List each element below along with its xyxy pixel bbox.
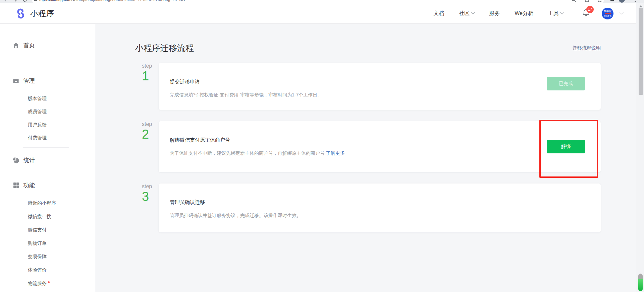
sidebar-item-label: 功能 — [23, 181, 35, 189]
nav-we-analytics[interactable]: We分析 — [515, 10, 533, 17]
main-content: 小程序迁移流程 迁移流程说明 step 1 提交迁移申请 完成信息填写-授权验证… — [95, 24, 636, 292]
sidebar-item-statistics[interactable]: 统计 — [0, 154, 95, 166]
scrollbar-track — [636, 3, 644, 292]
step-description: 管理员扫码确认并签订服务协议，完成迁移。该操作即时生效。 — [170, 213, 534, 219]
nav-tools[interactable]: 工具 — [548, 10, 564, 17]
new-badge-dot — [48, 281, 50, 283]
pie-chart-icon — [13, 157, 19, 163]
completed-button[interactable]: 已完成 — [547, 77, 585, 90]
step-description: 为了保证支付不中断，建议先绑定新主体的商户号，再解绑原主体的商户号 了解更多 — [170, 150, 534, 156]
sidebar-item-payment-management[interactable]: 付费管理 — [0, 131, 95, 144]
sidebar-item-transaction-guarantee[interactable]: 交易保障 — [0, 250, 95, 264]
step-number: 3 — [142, 190, 159, 204]
notification-bell[interactable]: 17 — [582, 9, 590, 18]
step-row-2: step 2 解绑微信支付原主体商户号 为了保证支付不中断，建议先绑定新主体的商… — [135, 121, 601, 172]
nav-community[interactable]: 社区 — [459, 10, 474, 17]
step-number: 1 — [142, 70, 159, 83]
inbox-icon — [13, 78, 19, 84]
step-description-text: 为了保证支付不中断，建议先绑定新主体的商户号，再解绑原主体的商户号 — [170, 150, 326, 156]
sidebar-item-label: 统计 — [23, 156, 35, 164]
account-avatar[interactable]: 数字化 智慧零售 — [602, 8, 613, 19]
browser-toolbar: mp.weixin.qq.com/wxamp/subjectchange/ind… — [0, 0, 644, 3]
app-header: 小程序 文档 社区 服务 We分析 工具 17 数字化 智慧零售 — [0, 3, 636, 24]
step-title: 解绑微信支付原主体商户号 — [170, 137, 534, 143]
step-card-admin-confirm: 管理员确认迁移 管理员扫码确认并签订服务协议，完成迁移。该操作即时生效。 — [159, 184, 601, 232]
url-host: mp.weixin.qq.com — [39, 0, 71, 2]
page-body: 首页 管理 版本管理 成员管理 用户反馈 付费管理 统计 — [0, 24, 636, 292]
unbind-button[interactable]: 解绑 — [547, 140, 585, 153]
scrollbar-up-arrow[interactable] — [639, 5, 642, 7]
sidebar-item-label: 物流服务 — [28, 281, 47, 287]
extension-icon[interactable] — [610, 0, 614, 1]
notification-badge: 17 — [586, 6, 594, 13]
sidebar-item-home[interactable]: 首页 — [0, 39, 95, 51]
step-card-submit-application: 提交迁移申请 完成信息填写-授权验证-支付费用-审核等步骤，审核时间为1-7个工… — [159, 63, 601, 110]
step-card-unbind-merchant: 解绑微信支付原主体商户号 为了保证支付不中断，建议先绑定新主体的商户号，再解绑原… — [159, 121, 601, 172]
avatar-text: 智慧零售 — [604, 15, 612, 17]
step-title: 提交迁移申请 — [170, 79, 534, 85]
page-title: 小程序迁移流程 — [135, 43, 194, 54]
sidebar-item-member-management[interactable]: 成员管理 — [0, 105, 95, 118]
sidebar: 首页 管理 版本管理 成员管理 用户反馈 付费管理 统计 — [0, 24, 95, 292]
sidebar-item-version-management[interactable]: 版本管理 — [0, 92, 95, 105]
search-icon[interactable] — [570, 0, 577, 3]
sidebar-item-nearby-miniprograms[interactable]: 附近的小程序 — [0, 197, 95, 210]
nav-label: We分析 — [515, 10, 533, 17]
step-label: step — [142, 184, 159, 190]
browser-forward-icon[interactable] — [12, 0, 19, 3]
scrollbar-thumb[interactable] — [639, 8, 643, 95]
widget-cap — [638, 274, 643, 279]
sidebar-submenu-features: 附近的小程序 微信搜一搜 微信支付 购物订单 交易保障 体验评价 物流服务 — [0, 197, 95, 290]
screen: mp.weixin.qq.com/wxamp/subjectchange/ind… — [0, 0, 644, 292]
nav-label: 社区 — [459, 10, 470, 17]
chevron-down-icon — [560, 11, 564, 14]
url-path: /wxamp/subjectchange/index?token=1749297… — [71, 0, 185, 2]
url-text: mp.weixin.qq.com/wxamp/subjectchange/ind… — [39, 0, 185, 3]
browser-back-icon[interactable] — [2, 0, 9, 3]
header-nav: 文档 社区 服务 We分析 工具 17 数字化 智慧零售 — [433, 8, 623, 19]
chevron-down-icon — [471, 11, 475, 14]
migration-help-link[interactable]: 迁移流程说明 — [573, 45, 601, 51]
divider — [23, 147, 69, 148]
step-label: step — [142, 121, 159, 127]
step-row-3: step 3 管理员确认迁移 管理员扫码确认并签订服务协议，完成迁移。该操作即时… — [135, 184, 601, 232]
sidebar-item-logistics-service[interactable]: 物流服务 — [0, 277, 95, 290]
divider — [23, 67, 69, 67]
divider — [23, 172, 69, 172]
browser-reload-icon[interactable] — [21, 0, 28, 3]
floating-green-widget[interactable] — [638, 274, 643, 291]
widget-green-body — [638, 279, 643, 291]
site-info-icon[interactable] — [34, 0, 37, 1]
sidebar-item-label: 首页 — [23, 42, 35, 49]
sidebar-item-manage[interactable]: 管理 — [0, 75, 95, 87]
account-chevron-icon[interactable] — [620, 11, 623, 14]
sidebar-item-shopping-orders[interactable]: 购物订单 — [0, 237, 95, 250]
miniprogram-logo-icon[interactable] — [15, 8, 26, 19]
step-description: 完成信息填写-授权验证-支付费用-审核等步骤，审核时间为1-7个工作日。 — [170, 92, 534, 98]
sidebar-item-wechat-pay[interactable]: 微信支付 — [0, 223, 95, 237]
step-row-1: step 1 提交迁移申请 完成信息填写-授权验证-支付费用-审核等步骤，审核时… — [135, 63, 601, 110]
browser-menu-icon[interactable] — [632, 0, 639, 3]
learn-more-link[interactable]: 了解更多 — [326, 150, 345, 156]
step-number: 2 — [142, 128, 159, 141]
share-icon[interactable] — [584, 0, 590, 3]
sidebar-item-features[interactable]: 功能 — [0, 179, 95, 191]
avatar-band — [605, 13, 611, 14]
browser-profile-icon[interactable] — [619, 0, 625, 3]
nav-label: 工具 — [548, 10, 559, 17]
avatar-text: 数字化 — [604, 10, 612, 13]
sidebar-item-wechat-search[interactable]: 微信搜一搜 — [0, 210, 95, 223]
logo-text[interactable]: 小程序 — [30, 8, 54, 19]
sidebar-item-user-feedback[interactable]: 用户反馈 — [0, 118, 95, 131]
step-label: step — [142, 63, 159, 69]
bookmark-star-icon[interactable] — [596, 0, 603, 3]
nav-label: 文档 — [433, 10, 444, 17]
nav-services[interactable]: 服务 — [489, 10, 500, 17]
sidebar-item-label: 管理 — [23, 77, 35, 85]
grid-icon — [13, 182, 19, 189]
home-icon — [13, 42, 19, 49]
sidebar-item-experience-rating[interactable]: 体验评价 — [0, 264, 95, 277]
step-title: 管理员确认迁移 — [170, 199, 534, 206]
nav-docs[interactable]: 文档 — [433, 10, 444, 17]
nav-label: 服务 — [489, 10, 500, 17]
